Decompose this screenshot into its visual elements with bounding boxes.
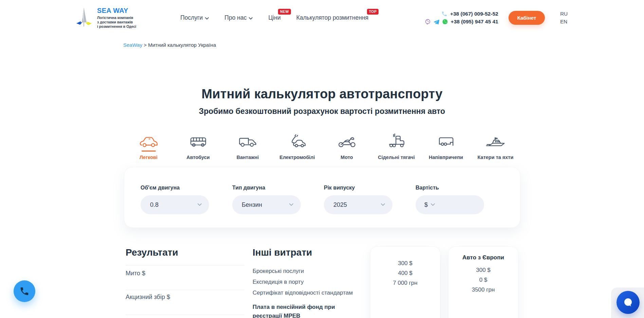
tab-cars[interactable]: Легкові (124, 133, 173, 160)
field-year: Рік випуску 2025 (324, 185, 392, 227)
breadcrumb-separator: > (142, 42, 148, 48)
expense-item-certificate: Сертифікат відповідності стандартам (253, 290, 353, 296)
car-icon (124, 133, 173, 149)
field-label: Рік випуску (324, 185, 392, 191)
expense-item-broker: Брокерські послуги (253, 268, 304, 275)
header: SEA WAY Логістична компанія з доставки в… (0, 0, 644, 36)
phone-number-secondary[interactable]: +38 (095) 947 45 41 (451, 19, 498, 25)
calculator-form-card: Об'єм двигуна 0.8 Тип двигуна Бензин Рік… (124, 167, 520, 228)
price-card-europe: Авто з Європи 300 $ 0 $ 3500 грн (448, 246, 518, 318)
expense-item-pension-fund: Плата в пенсійний фонд при реєстрації МР… (253, 303, 365, 318)
chat-bubble-icon (622, 297, 634, 308)
phone-number-primary[interactable]: +38 (067) 009-52-52 (450, 11, 498, 17)
divider (126, 315, 244, 315)
cost-control: $ (416, 195, 484, 214)
field-cost: Вартість $ (416, 185, 484, 227)
results-title: Результати (126, 247, 178, 258)
field-label: Тип двигуна (232, 185, 301, 191)
phone-icon (441, 11, 447, 17)
price-card-generic: 300 $ 400 $ 7 000 грн (370, 246, 440, 318)
viber-icon[interactable] (425, 19, 431, 25)
trailer-icon (421, 133, 471, 149)
engine-type-select[interactable]: Бензин (232, 195, 301, 214)
field-label: Об'єм двигуна (141, 185, 209, 191)
tab-semi-trailers[interactable]: Напівпричепи (421, 133, 471, 160)
chevron-down-icon (205, 17, 209, 20)
price-value: 7 000 грн (370, 278, 440, 288)
logo-sail-icon (75, 7, 93, 29)
header-phones: +38 (067) 009-52-52 (425, 11, 498, 25)
tab-buses[interactable]: Автобуси (173, 133, 223, 160)
tab-moto[interactable]: Мото (322, 133, 372, 160)
phone-icon (19, 286, 30, 296)
nav-item-prices[interactable]: Ціни NEW (268, 14, 280, 21)
cost-input[interactable] (438, 201, 477, 208)
yacht-icon (471, 133, 520, 149)
top-badge: TOP (367, 9, 379, 15)
result-row-excise: Акцизний збір $ (126, 294, 170, 301)
breadcrumb: SeaWay > Митний калькулятор Україна (123, 42, 216, 48)
motorcycle-icon (322, 133, 372, 149)
new-badge: NEW (278, 9, 291, 15)
year-select[interactable]: 2025 (324, 195, 392, 214)
logo[interactable]: SEA WAY Логістична компанія з доставки в… (75, 7, 136, 29)
price-value: 400 $ (370, 268, 440, 278)
nav-item-about[interactable]: Про нас (224, 14, 253, 21)
breadcrumb-current: Митний калькулятор Україна (148, 42, 216, 48)
chevron-down-icon[interactable] (431, 203, 435, 206)
expense-item-port: Експедиція в порту (253, 279, 304, 285)
logo-tagline: Логістична компанія з доставки вантажів … (97, 16, 136, 29)
chevron-down-icon (289, 203, 293, 206)
price-card-title: Авто з Європи (448, 254, 518, 261)
field-engine-volume: Об'єм двигуна 0.8 (141, 185, 209, 227)
semi-truck-icon (372, 133, 421, 149)
field-engine-type: Тип двигуна Бензин (232, 185, 301, 227)
electric-car-icon (273, 133, 322, 149)
chevron-down-icon (249, 17, 253, 20)
active-tab-underline (142, 151, 156, 152)
page-subtitle: Зробимо безкоштовний розрахунок вартості… (0, 107, 644, 116)
main-nav: Послуги Про нас Ціни NEW Калькулятор роз… (180, 14, 368, 21)
breadcrumb-home-link[interactable]: SeaWay (123, 42, 142, 48)
nav-item-services[interactable]: Послуги (180, 14, 209, 21)
price-value: 0 $ (448, 275, 518, 285)
cabinet-button[interactable]: Кабінет (509, 11, 545, 25)
divider (126, 290, 244, 290)
engine-volume-select[interactable]: 0.8 (141, 195, 209, 214)
page-title: Митний калькулятор автотранспорту (0, 87, 644, 101)
chevron-down-icon (381, 203, 385, 206)
tab-boats-yachts[interactable]: Катери та яхти (471, 133, 520, 160)
other-expenses-title: Інші витрати (253, 247, 312, 258)
chevron-down-icon (198, 203, 202, 206)
vehicle-type-tabs: Легкові Автобуси Вант (0, 133, 644, 160)
telegram-icon[interactable] (433, 19, 440, 25)
field-label: Вартість (416, 185, 484, 191)
price-value: 300 $ (448, 265, 518, 275)
tab-trucks[interactable]: Вантажні (223, 133, 273, 160)
language-switcher: RU EN (560, 11, 568, 25)
truck-icon (223, 133, 273, 149)
result-row-duty: Мито $ (126, 270, 145, 277)
tab-electric-cars[interactable]: Електромобілі (273, 133, 322, 160)
chat-fab-button[interactable] (617, 291, 640, 314)
currency-select[interactable]: $ (424, 201, 428, 208)
divider (126, 265, 244, 265)
nav-item-customs-calculator[interactable]: Калькулятор розмитнення TOP (296, 14, 369, 21)
lang-ru[interactable]: RU (560, 11, 568, 17)
tab-semi-trucks[interactable]: Сідельні тягачі (372, 133, 421, 160)
price-value: 3500 грн (448, 285, 518, 295)
whatsapp-icon[interactable] (442, 19, 448, 25)
lang-en[interactable]: EN (560, 18, 568, 25)
brand-name: SEA WAY (97, 7, 136, 15)
call-fab-button[interactable] (14, 280, 35, 302)
bus-icon (173, 133, 223, 149)
price-value: 300 $ (370, 258, 440, 268)
